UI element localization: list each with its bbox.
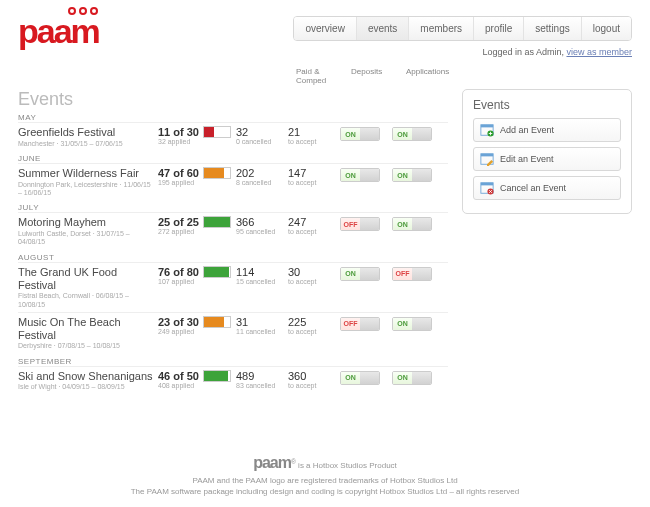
progress-bar — [203, 126, 231, 138]
paid-sub: 83 cancelled — [236, 382, 288, 389]
month-label: SEPTEMBER — [18, 357, 448, 366]
event-applied: 107 applied — [158, 278, 236, 285]
calendar-edit-icon — [480, 152, 494, 166]
deposit-count: 247 — [288, 216, 340, 228]
event-applied: 249 applied — [158, 328, 236, 335]
event-meta: Donnington Park, Leicestershire · 11/06/… — [18, 181, 154, 198]
toggle-switch[interactable]: ON — [340, 127, 380, 141]
paid-count: 31 — [236, 316, 288, 328]
deposit-count: 147 — [288, 167, 340, 179]
svg-rect-4 — [481, 154, 493, 157]
calendar-plus-icon — [480, 123, 494, 137]
event-row: The Grand UK Food Festival Fistral Beach… — [18, 262, 448, 312]
event-meta: Derbyshire · 07/08/15 – 10/08/15 — [18, 342, 154, 350]
col-applications: Applications — [406, 67, 461, 85]
progress-bar — [203, 167, 231, 179]
col-paid: Paid & Comped — [296, 67, 351, 85]
event-meta: Manchester · 31/05/15 – 07/06/15 — [18, 140, 154, 148]
month-label: JUNE — [18, 154, 448, 163]
nav-overview[interactable]: overview — [294, 17, 355, 40]
event-row: Motoring Mayhem Lulworth Castle, Dorset … — [18, 212, 448, 249]
nav-profile[interactable]: profile — [473, 17, 523, 40]
event-meta: Fistral Beach, Cornwall · 06/08/15 – 10/… — [18, 292, 154, 309]
event-count: 23 of 30 — [158, 316, 236, 328]
calendar-cancel-icon — [480, 181, 494, 195]
event-name[interactable]: Ski and Snow Shenanigans — [18, 370, 154, 383]
toggle-switch[interactable]: ON — [340, 371, 380, 385]
nav-settings[interactable]: settings — [523, 17, 580, 40]
brand-logo: paam — [18, 12, 99, 51]
deposit-count: 21 — [288, 126, 340, 138]
edit-event-button[interactable]: Edit an Event — [473, 147, 621, 171]
deposit-sub: to accept — [288, 278, 340, 285]
progress-bar — [203, 370, 231, 382]
event-count: 46 of 50 — [158, 370, 236, 382]
svg-rect-6 — [481, 183, 493, 186]
event-name[interactable]: Music On The Beach Festival — [18, 316, 154, 341]
paid-sub: 8 cancelled — [236, 179, 288, 186]
paid-sub: 15 cancelled — [236, 278, 288, 285]
nav-logout[interactable]: logout — [581, 17, 631, 40]
paid-count: 366 — [236, 216, 288, 228]
event-name[interactable]: Motoring Mayhem — [18, 216, 154, 229]
event-count: 25 of 25 — [158, 216, 236, 228]
nav-members[interactable]: members — [408, 17, 473, 40]
toggle-switch[interactable]: ON — [392, 127, 432, 141]
event-count: 47 of 60 — [158, 167, 236, 179]
month-label: JULY — [18, 203, 448, 212]
deposit-sub: to accept — [288, 138, 340, 145]
event-applied: 272 applied — [158, 228, 236, 235]
event-applied: 408 applied — [158, 382, 236, 389]
toggle-switch[interactable]: OFF — [340, 217, 380, 231]
main-nav: overvieweventsmembersprofilesettingslogo… — [293, 16, 632, 41]
event-row: Greenfields Festival Manchester · 31/05/… — [18, 122, 448, 151]
deposit-sub: to accept — [288, 328, 340, 335]
page-title: Events — [18, 89, 448, 110]
paid-count: 32 — [236, 126, 288, 138]
toggle-switch[interactable]: ON — [392, 317, 432, 331]
footer: paam® is a Hotbox Studios Product PAAM a… — [0, 452, 650, 497]
toggle-switch[interactable]: OFF — [392, 267, 432, 281]
toggle-switch[interactable]: ON — [392, 371, 432, 385]
event-name[interactable]: Summer Wilderness Fair — [18, 167, 154, 180]
events-actions-panel: Events Add an Event Edit an Event Cancel… — [462, 89, 632, 214]
toggle-switch[interactable]: ON — [340, 267, 380, 281]
paid-count: 202 — [236, 167, 288, 179]
event-row: Ski and Snow Shenanigans Isle of Wight ·… — [18, 366, 448, 395]
event-applied: 32 applied — [158, 138, 236, 145]
event-meta: Lulworth Castle, Dorset · 31/07/15 – 04/… — [18, 230, 154, 247]
event-name[interactable]: Greenfields Festival — [18, 126, 154, 139]
column-headers: Paid & Comped Deposits Applications — [18, 67, 632, 85]
paid-count: 114 — [236, 266, 288, 278]
view-as-member-link[interactable]: view as member — [566, 47, 632, 57]
month-label: AUGUST — [18, 253, 448, 262]
toggle-switch[interactable]: ON — [340, 168, 380, 182]
svg-rect-1 — [481, 125, 493, 128]
progress-bar — [203, 316, 231, 328]
event-meta: Isle of Wight · 04/09/15 – 08/09/15 — [18, 383, 154, 391]
paid-sub: 95 cancelled — [236, 228, 288, 235]
event-applied: 195 applied — [158, 179, 236, 186]
toggle-switch[interactable]: ON — [392, 168, 432, 182]
add-event-button[interactable]: Add an Event — [473, 118, 621, 142]
month-label: MAY — [18, 113, 448, 122]
paid-count: 489 — [236, 370, 288, 382]
progress-bar — [203, 216, 231, 228]
progress-bar — [203, 266, 231, 278]
deposit-count: 225 — [288, 316, 340, 328]
toggle-switch[interactable]: OFF — [340, 317, 380, 331]
panel-title: Events — [473, 98, 621, 112]
cancel-event-button[interactable]: Cancel an Event — [473, 176, 621, 200]
event-count: 76 of 80 — [158, 266, 236, 278]
nav-events[interactable]: events — [356, 17, 408, 40]
col-deposits: Deposits — [351, 67, 406, 85]
deposit-sub: to accept — [288, 179, 340, 186]
deposit-sub: to accept — [288, 382, 340, 389]
login-status: Logged in as Admin, view as member — [293, 47, 632, 57]
paid-sub: 11 cancelled — [236, 328, 288, 335]
event-count: 11 of 30 — [158, 126, 236, 138]
deposit-count: 30 — [288, 266, 340, 278]
deposit-count: 360 — [288, 370, 340, 382]
event-name[interactable]: The Grand UK Food Festival — [18, 266, 154, 291]
toggle-switch[interactable]: ON — [392, 217, 432, 231]
